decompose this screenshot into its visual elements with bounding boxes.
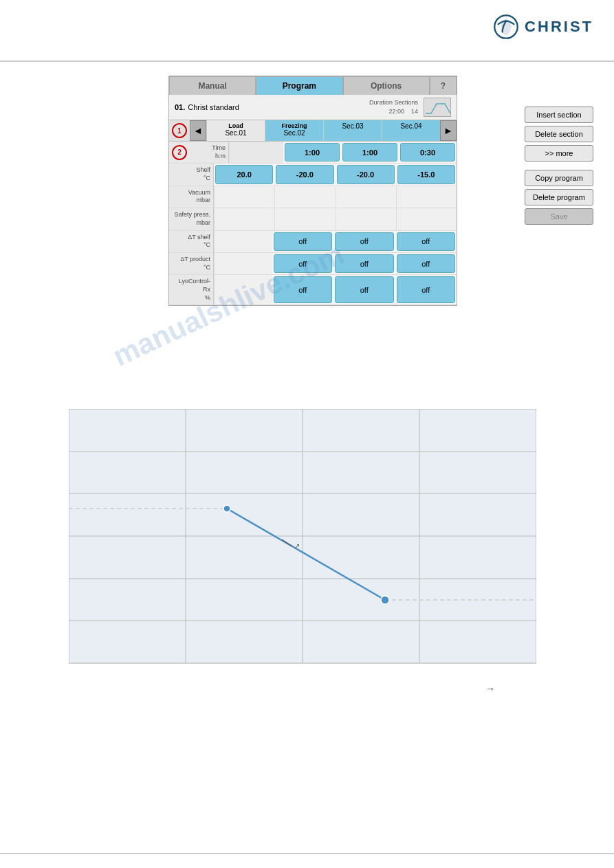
dt-shelf-cells: off off off bbox=[214, 231, 457, 252]
row-time: 2 Timeh:m 1:00 1:00 0:30 bbox=[169, 142, 457, 164]
svg-point-16 bbox=[381, 596, 389, 604]
section-sec03: Sec.03 bbox=[325, 122, 380, 130]
section-load-sec[interactable]: Sec.01 bbox=[208, 129, 263, 137]
lyocontrol-cells: off off off bbox=[214, 275, 457, 304]
program-chart: ↗ bbox=[69, 409, 536, 677]
dt-shelf-load bbox=[214, 231, 272, 252]
lyocontrol-sec02[interactable]: off bbox=[274, 276, 333, 303]
shelf-sec02[interactable]: -20.0 bbox=[276, 165, 333, 183]
copy-program-button[interactable]: Copy program bbox=[525, 170, 593, 186]
row-dt-shelf: ΔT shelf°C off off off bbox=[169, 231, 457, 253]
ui-panel: Manual Program Options ? 01. Christ stan… bbox=[168, 76, 457, 306]
shelf-load[interactable]: 20.0 bbox=[215, 165, 273, 183]
dt-product-sec02[interactable]: off bbox=[274, 254, 333, 273]
delete-section-button[interactable]: Delete section bbox=[525, 126, 593, 142]
safety-sec04 bbox=[396, 208, 457, 230]
thumbnail-chart bbox=[424, 98, 452, 118]
lyocontrol-sec04[interactable]: off bbox=[397, 276, 456, 303]
label-lyocontrol: LyoControl-Rx% bbox=[169, 275, 214, 304]
vacuum-sec03 bbox=[336, 186, 396, 208]
row-dt-product: ΔT product°C off off off bbox=[169, 253, 457, 275]
vacuum-cells bbox=[214, 186, 457, 208]
section-header-sec02: Freezing Sec.02 bbox=[265, 120, 323, 141]
label-vacuum: Vacuummbar bbox=[169, 186, 214, 208]
label-safety-press: Safety press.mbar bbox=[169, 208, 214, 230]
section-load-label: Load bbox=[208, 122, 263, 129]
delete-program-button[interactable]: Delete program bbox=[525, 189, 593, 205]
section-sec04: Sec.04 bbox=[384, 122, 439, 130]
program-info: 01. Christ standard Duration Sections 22… bbox=[169, 95, 457, 120]
logo-text: CHRIST bbox=[525, 18, 593, 36]
duration-label: Duration bbox=[369, 99, 393, 106]
section-sec02[interactable]: Sec.02 bbox=[267, 129, 322, 137]
dt-product-sec04[interactable]: off bbox=[397, 254, 456, 273]
vacuum-load bbox=[214, 186, 274, 208]
svg-text:↗: ↗ bbox=[294, 542, 300, 550]
time-sec02[interactable]: 1:00 bbox=[285, 143, 340, 162]
insert-section-button[interactable]: Insert section bbox=[525, 107, 593, 123]
sections-label: Sections bbox=[394, 99, 418, 106]
data-grid: 2 Timeh:m 1:00 1:00 0:30 Shelf°C 20.0 -2… bbox=[169, 142, 457, 305]
bottom-border bbox=[0, 853, 614, 854]
safety-sec02 bbox=[274, 208, 335, 230]
safety-load bbox=[214, 208, 274, 230]
chart-container: ↗ → bbox=[69, 409, 536, 677]
dt-shelf-sec03[interactable]: off bbox=[335, 232, 394, 251]
lyocontrol-load bbox=[214, 275, 272, 304]
safety-sec03 bbox=[336, 208, 396, 230]
tab-manual[interactable]: Manual bbox=[169, 76, 256, 95]
christ-logo-icon bbox=[493, 14, 519, 40]
more-button[interactable]: >> more bbox=[525, 145, 593, 162]
label-shelf: Shelf°C bbox=[169, 164, 214, 185]
right-buttons: Insert section Delete section >> more Co… bbox=[525, 107, 593, 225]
dt-product-cells: off off off bbox=[214, 253, 457, 274]
circle-1: 1 bbox=[172, 123, 187, 138]
label-time: Timeh:m bbox=[190, 142, 228, 163]
logo-area: CHRIST bbox=[493, 14, 593, 40]
dt-shelf-sec04[interactable]: off bbox=[397, 232, 456, 251]
label-dt-shelf: ΔT shelf°C bbox=[169, 231, 214, 252]
row-shelf: Shelf°C 20.0 -20.0 -20.0 -15.0 bbox=[169, 164, 457, 186]
shelf-sec03[interactable]: -20.0 bbox=[337, 165, 395, 183]
section-header-load: Load Sec.01 bbox=[206, 120, 265, 141]
time-sec03[interactable]: 1:00 bbox=[342, 143, 397, 162]
row-vacuum: Vacuummbar bbox=[169, 186, 457, 208]
tab-options[interactable]: Options bbox=[343, 76, 430, 95]
section-header-sec03[interactable]: Sec.03 bbox=[323, 120, 382, 141]
program-thumbnail bbox=[424, 98, 451, 117]
program-meta: Duration Sections 22:00 14 bbox=[369, 98, 418, 115]
tab-bar: Manual Program Options ? bbox=[169, 76, 457, 95]
safety-cells bbox=[214, 208, 457, 230]
dt-shelf-sec02[interactable]: off bbox=[274, 232, 333, 251]
label-dt-product: ΔT product°C bbox=[169, 253, 214, 274]
dt-product-sec03[interactable]: off bbox=[335, 254, 394, 273]
section-header-sec04[interactable]: Sec.04 bbox=[382, 120, 440, 141]
chart-time-arrow: → bbox=[485, 683, 495, 694]
sections-value: 14 bbox=[411, 108, 418, 115]
time-load bbox=[229, 142, 283, 163]
vacuum-sec02 bbox=[274, 186, 335, 208]
lyocontrol-sec03[interactable]: off bbox=[335, 276, 394, 303]
row-safety-press: Safety press.mbar bbox=[169, 208, 457, 230]
dt-product-load bbox=[214, 253, 272, 274]
time-sec04[interactable]: 0:30 bbox=[400, 143, 455, 162]
nav-left-arrow[interactable]: ◄ bbox=[190, 120, 206, 141]
row-lyocontrol: LyoControl-Rx% off off off bbox=[169, 275, 457, 305]
section-nav: 1 ◄ Load Sec.01 Freezing Sec.02 Sec.03 S… bbox=[169, 120, 457, 142]
top-border bbox=[0, 60, 614, 62]
shelf-sec04[interactable]: -15.0 bbox=[397, 165, 455, 183]
program-name: Christ standard bbox=[188, 103, 369, 111]
section-headers: Load Sec.01 Freezing Sec.02 Sec.03 Sec.0… bbox=[206, 120, 440, 141]
section-freezing-label: Freezing bbox=[267, 122, 322, 129]
circle-2: 2 bbox=[172, 145, 187, 160]
shelf-cells: 20.0 -20.0 -20.0 -15.0 bbox=[214, 164, 457, 185]
tab-help[interactable]: ? bbox=[430, 76, 457, 95]
tab-program[interactable]: Program bbox=[256, 76, 342, 95]
save-button[interactable]: Save bbox=[525, 208, 593, 225]
svg-point-15 bbox=[223, 505, 230, 512]
vacuum-sec04 bbox=[396, 186, 457, 208]
program-number: 01. bbox=[175, 103, 185, 111]
nav-right-arrow[interactable]: ► bbox=[440, 120, 457, 141]
duration-value: 22:00 bbox=[388, 108, 404, 115]
time-cells: 1:00 1:00 0:30 bbox=[229, 142, 457, 163]
